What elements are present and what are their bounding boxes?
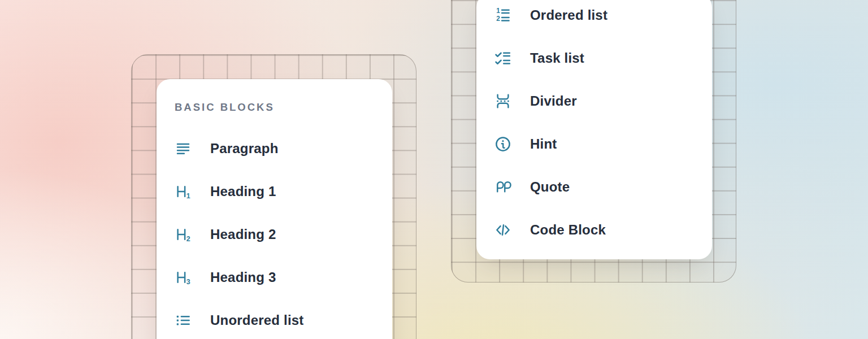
menu-item-hint[interactable]: Hint	[494, 123, 694, 166]
basic-blocks-menu: BASIC BLOCKS Paragraph1Heading 12Heading…	[157, 79, 392, 339]
section-label-basic-blocks: BASIC BLOCKS	[175, 102, 374, 113]
menu-item-paragraph[interactable]: Paragraph	[175, 127, 374, 170]
menu-item-label: Paragraph	[210, 141, 279, 157]
svg-text:3: 3	[186, 278, 190, 286]
menu-item-label: Heading 3	[210, 270, 276, 285]
menu-item-heading-3[interactable]: 3Heading 3	[175, 256, 374, 299]
svg-text:2: 2	[186, 235, 190, 243]
svg-text:1: 1	[186, 192, 190, 200]
menu-item-unordered-list[interactable]: Unordered list	[175, 299, 374, 339]
menu-item-task-list[interactable]: Task list	[494, 37, 694, 80]
divider-icon	[494, 93, 511, 110]
unordered-list-icon	[175, 312, 192, 329]
quote-icon	[494, 179, 511, 195]
menu-item-divider[interactable]: Divider	[494, 80, 694, 123]
menu-item-label: Hint	[530, 136, 557, 152]
menu-item-label: Heading 2	[210, 227, 276, 242]
svg-text:2: 2	[496, 15, 500, 23]
svg-text:1: 1	[496, 7, 500, 15]
blocks-menu-continued: 12Ordered listTask listDividerHintQuoteC…	[476, 0, 712, 259]
blocks-item-list: 12Ordered listTask listDividerHintQuoteC…	[494, 0, 694, 251]
menu-item-label: Task list	[530, 50, 584, 66]
menu-item-label: Code Block	[530, 222, 606, 238]
menu-item-heading-2[interactable]: 2Heading 2	[175, 213, 374, 256]
hint-icon	[494, 136, 511, 153]
hero-background: { "colors":{ "accent":"#2e7d9c", "item_t…	[0, 0, 868, 339]
heading-1-icon: 1	[175, 183, 192, 200]
heading-3-icon: 3	[175, 269, 192, 286]
ordered-list-icon: 12	[494, 7, 511, 24]
menu-item-ordered-list[interactable]: 12Ordered list	[494, 0, 694, 37]
basic-blocks-item-list: Paragraph1Heading 12Heading 23Heading 3U…	[175, 127, 374, 339]
menu-item-label: Quote	[530, 179, 570, 195]
menu-item-quote[interactable]: Quote	[494, 166, 694, 208]
paragraph-icon	[175, 140, 192, 157]
menu-item-code-block[interactable]: Code Block	[494, 208, 694, 251]
heading-2-icon: 2	[175, 226, 192, 243]
menu-item-label: Ordered list	[530, 7, 607, 23]
menu-item-label: Heading 1	[210, 184, 276, 199]
task-list-icon	[494, 50, 511, 67]
menu-item-label: Divider	[530, 93, 577, 109]
menu-item-heading-1[interactable]: 1Heading 1	[175, 170, 374, 213]
menu-item-label: Unordered list	[210, 312, 304, 328]
code-block-icon	[494, 221, 511, 238]
